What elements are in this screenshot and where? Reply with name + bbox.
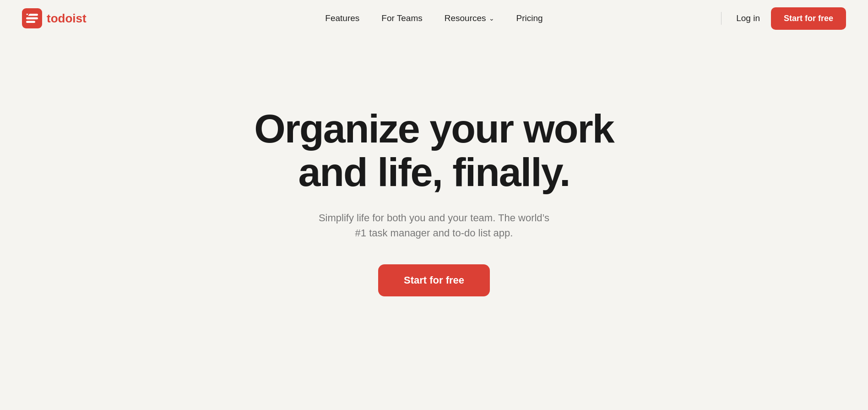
logo-link[interactable]: todoist [22, 8, 87, 28]
navbar: todoist Features For Teams Resources ⌄ P… [0, 0, 868, 37]
chevron-down-icon: ⌄ [489, 15, 494, 22]
nav-right: Log in Start for free [717, 7, 846, 30]
start-free-button-nav[interactable]: Start for free [771, 7, 846, 30]
login-link[interactable]: Log in [736, 13, 760, 23]
nav-features[interactable]: Features [325, 13, 359, 23]
start-free-button-hero[interactable]: Start for free [378, 264, 490, 296]
svg-rect-4 [26, 21, 35, 23]
svg-rect-3 [26, 17, 38, 20]
hero-title: Organize your work and life, finally. [228, 107, 640, 194]
hero-section: Organize your work and life, finally. Si… [0, 37, 868, 357]
nav-pricing[interactable]: Pricing [516, 13, 543, 23]
hero-subtitle: Simplify life for both you and your team… [315, 210, 553, 241]
todoist-logo-icon [22, 8, 42, 28]
nav-links: Features For Teams Resources ⌄ Pricing [325, 13, 542, 23]
nav-divider [721, 12, 722, 25]
logo-text: todoist [47, 11, 87, 26]
nav-for-teams[interactable]: For Teams [381, 13, 422, 23]
nav-resources[interactable]: Resources ⌄ [445, 13, 494, 23]
